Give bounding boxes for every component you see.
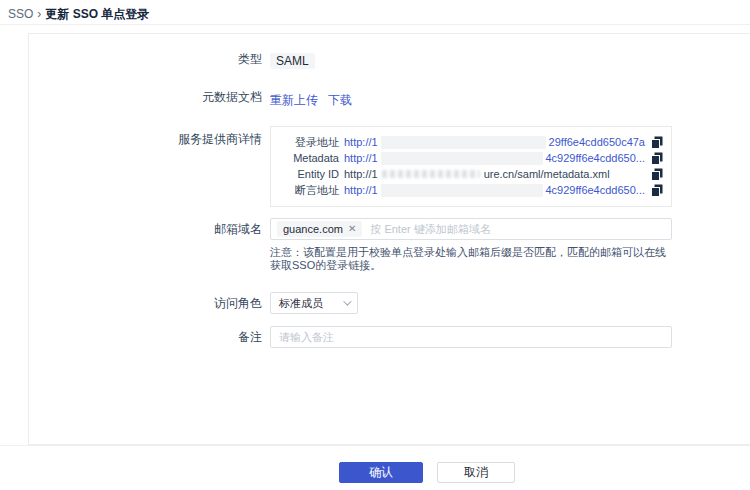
footer-divider [0, 445, 750, 446]
access-role-select[interactable]: 标准成员 [270, 292, 358, 314]
access-role-row: 访问角色 标准成员 [29, 292, 750, 314]
access-role-value: 标准成员 [279, 296, 323, 311]
url-suffix: 29ff6e4cdd650c47a [549, 136, 645, 148]
breadcrumb-separator: › [37, 7, 41, 21]
url-prefix: http://1 [344, 168, 378, 180]
sp-details-box: 登录地址 http://1 29ff6e4cdd650c47a Metadata… [270, 126, 672, 207]
url-prefix: http://1 [344, 136, 378, 148]
sp-row-assertion-url: 断言地址 http://1 4c929ff6e4cdd650... [277, 182, 663, 198]
type-row: 类型 SAML [29, 51, 750, 69]
sp-row-metadata-url: Metadata http://1 4c929ff6e4cdd650... [277, 150, 663, 166]
remark-label: 备注 [29, 326, 262, 348]
copy-icon[interactable] [651, 152, 663, 165]
download-link[interactable]: 下载 [328, 93, 352, 107]
redacted-text [382, 170, 480, 178]
email-domain-tag: guance.com ✕ [277, 221, 362, 237]
url-suffix: 4c929ff6e4cdd650... [546, 184, 646, 196]
redacted-text [381, 152, 543, 165]
chevron-down-icon [343, 297, 351, 305]
email-domain-note: 注意：该配置是用于校验单点登录处输入邮箱后缀是否匹配，匹配的邮箱可以在线获取SS… [270, 246, 672, 272]
email-domain-label: 邮箱域名 [29, 218, 262, 240]
cancel-button[interactable]: 取消 [437, 462, 515, 483]
copy-icon[interactable] [651, 136, 663, 149]
copy-icon[interactable] [651, 168, 663, 181]
confirm-button[interactable]: 确认 [339, 462, 423, 483]
footer-actions: 确认 取消 [52, 462, 750, 483]
remark-row: 备注 [29, 326, 750, 348]
page-title: 更新 SSO 单点登录 [45, 7, 149, 21]
metadata-doc-row: 元数据文档 重新上传下载 [29, 90, 750, 108]
redacted-text [381, 136, 546, 149]
sp-row-name: Metadata [277, 152, 339, 164]
breadcrumb: SSO›更新 SSO 单点登录 [8, 6, 149, 23]
sp-row-entity-id: Entity ID http://1 ure.cn/saml/metadata.… [277, 166, 663, 182]
breadcrumb-sso-link[interactable]: SSO [8, 7, 33, 21]
sp-row-name: 断言地址 [277, 183, 339, 198]
email-domain-input[interactable]: guance.com ✕ [270, 218, 672, 240]
url-prefix: http://1 [344, 184, 378, 196]
url-suffix: ure.cn/saml/metadata.xml [484, 168, 610, 180]
sp-row-login-url: 登录地址 http://1 29ff6e4cdd650c47a [277, 134, 663, 150]
remark-input[interactable] [270, 326, 672, 348]
redacted-text [381, 184, 543, 197]
sp-row-name: Entity ID [277, 168, 339, 180]
type-value-badge: SAML [270, 53, 315, 69]
url-suffix: 4c929ff6e4cdd650... [546, 152, 646, 164]
metadata-doc-label: 元数据文档 [29, 90, 262, 104]
type-label: 类型 [29, 51, 262, 67]
email-domain-text-input[interactable] [370, 223, 665, 235]
sso-update-page: SSO›更新 SSO 单点登录 类型 SAML 元数据文档 重新上传下载 服务提… [0, 0, 750, 490]
tag-remove-icon[interactable]: ✕ [348, 223, 356, 235]
url-prefix: http://1 [344, 152, 378, 164]
email-domain-tag-text: guance.com [283, 223, 343, 235]
sp-details-row: 服务提供商详情 登录地址 http://1 29ff6e4cdd650c47a … [29, 126, 750, 207]
header-divider [0, 24, 750, 25]
reupload-link[interactable]: 重新上传 [270, 93, 318, 107]
sp-row-name: 登录地址 [277, 135, 339, 150]
copy-icon[interactable] [651, 184, 663, 197]
access-role-label: 访问角色 [29, 292, 262, 314]
sp-details-label: 服务提供商详情 [29, 126, 262, 146]
email-domain-row: 邮箱域名 guance.com ✕ 注意：该配置是用于校验单点登录处输入邮箱后缀… [29, 218, 750, 272]
form-card: 类型 SAML 元数据文档 重新上传下载 服务提供商详情 登录地址 http:/… [28, 33, 750, 445]
